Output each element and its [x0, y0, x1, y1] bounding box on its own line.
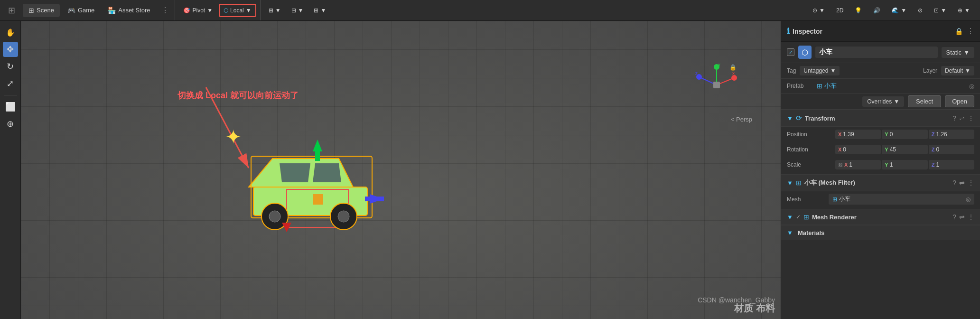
layer-label: Layer	[923, 67, 937, 74]
car-object[interactable]	[230, 130, 396, 236]
gizmo-svg: y z x 🔒	[695, 64, 738, 106]
transform-help-icon[interactable]: ?	[952, 114, 956, 122]
tab-game[interactable]: 🎮 Game	[62, 4, 100, 17]
static-label: Static	[946, 49, 962, 56]
mesh-renderer-more-icon[interactable]: ⋮	[968, 213, 974, 221]
layer-dropdown[interactable]: Default ▼	[941, 66, 974, 75]
svg-marker-5	[313, 163, 341, 182]
svg-text:y: y	[718, 64, 720, 67]
svg-text:z: z	[695, 71, 698, 76]
mesh-label: Mesh	[787, 196, 825, 203]
grid-icon: ⊞	[269, 7, 273, 14]
audio-btn[interactable]: 🔊	[869, 4, 885, 17]
rect-tool-btn[interactable]: ⬜	[3, 99, 18, 114]
mesh-renderer-help-icon[interactable]: ?	[952, 213, 956, 221]
overlay-tool-btn[interactable]: ⊞▼	[309, 4, 330, 17]
transform-actions: ? ⇌ ⋮	[952, 114, 974, 122]
axis-gizmo[interactable]: y z x 🔒	[695, 64, 738, 106]
inspector-title-label: Inspector	[793, 28, 822, 35]
object-name-input[interactable]	[815, 47, 938, 58]
rect-icon: ⬜	[5, 102, 16, 112]
rotation-x-field[interactable]: X 0	[835, 145, 881, 154]
settings-btn[interactable]: ⊕▼	[953, 4, 974, 17]
pos-z-axis: Z	[932, 131, 935, 137]
more-options-icon[interactable]: ⋮	[967, 27, 974, 36]
prefab-eye-icon[interactable]: ◎	[969, 83, 974, 90]
rotate-tool-btn[interactable]: ↻	[3, 59, 18, 74]
position-x-field[interactable]: X 1.39	[835, 130, 881, 139]
tab-asset-store[interactable]: 🏪 Asset Store	[102, 4, 156, 17]
open-label: Open	[952, 98, 967, 105]
tag-label: Tag	[787, 67, 796, 74]
static-dropdown[interactable]: Static ▼	[942, 47, 974, 58]
hand-tool-btn[interactable]: ✋	[3, 25, 18, 40]
overrides-btn[interactable]: Overrides ▼	[862, 96, 904, 107]
scale-z-axis: Z	[932, 162, 935, 168]
mesh-target-icon[interactable]: ◎	[966, 196, 971, 203]
mesh-renderer-collapse-icon: ▼	[787, 214, 793, 221]
pivot-label: Pivot	[192, 7, 205, 14]
mesh-value-text: 小车	[839, 195, 850, 203]
position-z-field[interactable]: Z 1.26	[929, 130, 974, 139]
select-btn[interactable]: Select	[908, 95, 941, 107]
light-btn[interactable]: 💡	[850, 4, 866, 17]
view-btn[interactable]: ⊡▼	[930, 4, 951, 17]
scale-y-field[interactable]: Y 1	[882, 160, 927, 169]
mesh-filter-header[interactable]: ▼ ⊞ 小车 (Mesh Filter) ? ⇌ ⋮	[781, 174, 980, 191]
combo-tool-btn[interactable]: ⊕	[3, 116, 18, 131]
sky-btn[interactable]: 🌊▼	[887, 4, 911, 17]
mesh-filter-more-icon[interactable]: ⋮	[968, 179, 974, 187]
inspector-title-group: ℹ Inspector	[787, 27, 822, 36]
transform-more-icon[interactable]: ⋮	[968, 114, 974, 122]
scale-icon: ⤢	[7, 78, 14, 89]
main-area: ✋ ✥ ↻ ⤢ ⬜ ⊕ 切换成 Local 就可以向前运动了	[0, 21, 980, 319]
tab-more-icon[interactable]: ⋮	[159, 4, 171, 17]
top-bar: ⊞ ⊞ Scene 🎮 Game 🏪 Asset Store ⋮ 🎯 Pivot…	[0, 0, 980, 21]
camera-btn[interactable]: ⊙▼	[808, 4, 829, 17]
object-active-checkbox[interactable]: ✓	[787, 48, 794, 56]
game-tab-icon: 🎮	[67, 7, 75, 14]
rotation-z-field[interactable]: Z 0	[929, 145, 974, 154]
scale-y-value: 1	[890, 161, 893, 168]
snap-tool-btn[interactable]: ⊟▼	[287, 4, 308, 17]
mesh-renderer-settings-icon[interactable]: ⇌	[959, 213, 965, 221]
mesh-renderer-header[interactable]: ▼ ✓ ⊞ Mesh Renderer ? ⇌ ⋮	[781, 209, 980, 225]
transform-component-header[interactable]: ▼ ⟳ Transform ? ⇌ ⋮	[781, 110, 980, 127]
mesh-filter-icon: ⊞	[796, 179, 802, 187]
mesh-value-field[interactable]: ⊞ 小车 ◎	[829, 194, 974, 205]
rotation-label: Rotation	[787, 145, 834, 154]
tag-chevron-icon: ▼	[830, 67, 836, 74]
overrides-chevron-icon: ▼	[894, 98, 899, 105]
open-btn[interactable]: Open	[945, 95, 974, 107]
rotation-row: Rotation X 0 Y 45 Z 0	[781, 142, 980, 157]
pos-y-axis: Y	[885, 131, 888, 137]
pos-y-value: 0	[890, 131, 893, 138]
tab-game-label: Game	[78, 7, 94, 14]
local-toggle-btn[interactable]: ⬡ Local ▼	[219, 4, 256, 17]
transform-settings-icon[interactable]: ⇌	[959, 114, 965, 122]
tab-scene[interactable]: ⊞ Scene	[23, 4, 60, 17]
scale-z-field[interactable]: Z 1	[929, 160, 974, 169]
scale-x-field[interactable]: ⛓ X 1	[835, 160, 881, 169]
rotation-y-field[interactable]: Y 45	[882, 145, 927, 154]
lock-icon[interactable]: 🔒	[955, 28, 963, 35]
transform-toolbar: 🎯 Pivot ▼ ⬡ Local ▼	[175, 0, 260, 20]
mesh-filter-title: 小车 (Mesh Filter)	[804, 178, 950, 187]
pivot-toggle-btn[interactable]: 🎯 Pivot ▼	[179, 4, 217, 17]
scale-label: Scale	[787, 160, 834, 169]
toolbar-divider	[4, 95, 17, 95]
mesh-filter-help-icon[interactable]: ?	[952, 179, 956, 187]
2d-btn[interactable]: 2D	[832, 4, 848, 17]
position-y-field[interactable]: Y 0	[882, 130, 927, 139]
mesh-filter-settings-icon[interactable]: ⇌	[959, 179, 965, 187]
scene-view[interactable]: 切换成 Local 就可以向前运动了 ✦	[21, 21, 781, 319]
svg-point-11	[338, 211, 349, 222]
scale-tool-btn[interactable]: ⤢	[3, 76, 18, 91]
svg-rect-13	[315, 151, 320, 161]
scene-tab-icon: ⊞	[28, 7, 34, 14]
move-tool-btn[interactable]: ✥	[3, 42, 18, 57]
grid-tool-btn[interactable]: ⊞▼	[264, 4, 285, 17]
mesh-renderer-check-icon[interactable]: ✓	[796, 214, 801, 220]
effect-btn[interactable]: ⊘	[914, 4, 927, 17]
tag-dropdown[interactable]: Untagged ▼	[800, 66, 840, 75]
